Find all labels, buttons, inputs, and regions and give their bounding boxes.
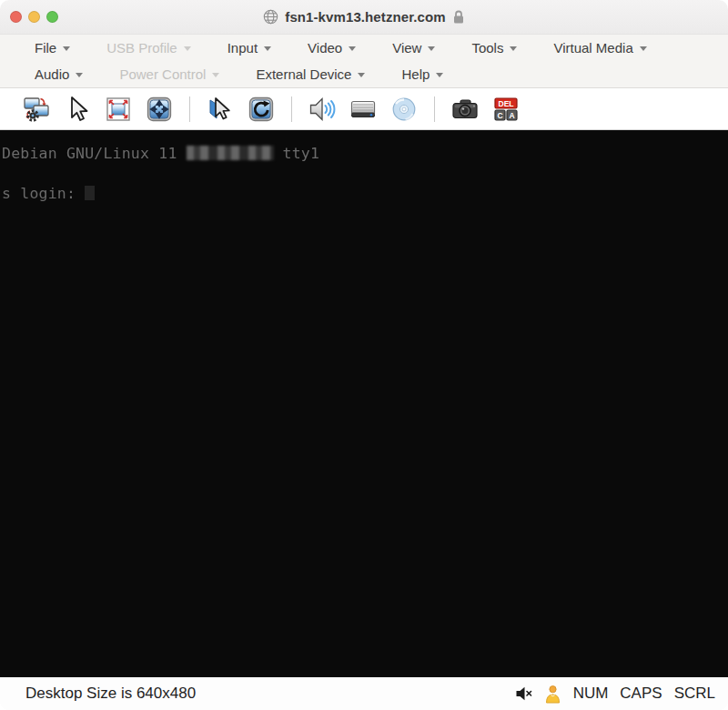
menu-video[interactable]: Video	[308, 40, 356, 56]
menu-bar: File USB Profile Input Video View Tools	[0, 35, 728, 88]
toolbar-separator	[189, 96, 190, 122]
scroll-lock-indicator: SCRL	[674, 685, 715, 703]
chevron-down-icon	[510, 46, 517, 51]
virtual-cd-icon	[390, 96, 418, 123]
audio-button[interactable]	[308, 95, 337, 124]
ctrl-alt-del-button[interactable]: DEL C A	[491, 95, 521, 124]
chevron-down-icon	[640, 46, 647, 51]
toolbar-separator	[291, 96, 292, 122]
virtual-drive-button[interactable]	[349, 95, 378, 124]
relative-mouse-mode-icon	[207, 96, 234, 123]
chevron-down-icon	[428, 46, 435, 51]
chevron-down-icon	[76, 73, 83, 77]
menu-power-control: Power Control	[119, 66, 219, 82]
console-login-line: s login:	[2, 185, 95, 203]
console-banner-suffix: tty1	[283, 145, 320, 162]
refresh-video-button[interactable]	[247, 95, 276, 124]
status-bar: Desktop Size is 640x480 NUM CAPS SCRL	[0, 677, 728, 710]
del-key-label: DEL	[499, 98, 514, 107]
ctrl-key-label: C	[497, 110, 502, 119]
chevron-down-icon	[358, 73, 365, 77]
mouse-pointer-button[interactable]	[63, 95, 92, 124]
lock-icon	[452, 9, 465, 25]
menu-tools[interactable]: Tools	[471, 40, 517, 56]
virtual-cd-button[interactable]	[389, 95, 419, 124]
menu-file[interactable]: File	[35, 40, 70, 56]
close-window-button[interactable]	[10, 11, 22, 23]
screenshot-button[interactable]	[450, 95, 480, 124]
menu-virtual-media[interactable]: Virtual Media	[553, 40, 646, 56]
console-login-prompt: s login:	[2, 185, 76, 202]
minimize-window-button[interactable]	[28, 11, 40, 23]
console-cursor	[85, 186, 95, 200]
caps-lock-indicator: CAPS	[620, 685, 662, 703]
traffic-lights	[10, 0, 58, 34]
chevron-down-icon	[349, 46, 356, 51]
mouse-pointer-icon	[66, 96, 89, 123]
console-banner-line: Debian GNU/Linux 11tty1	[2, 145, 319, 163]
chevron-down-icon	[264, 46, 271, 51]
menu-usb-profile: USB Profile	[106, 40, 191, 56]
screenshot-icon	[450, 96, 480, 123]
screen-settings-button[interactable]	[22, 95, 51, 124]
fullscreen-icon	[146, 96, 173, 123]
status-message: Desktop Size is 640x480	[25, 685, 196, 703]
chevron-down-icon	[436, 73, 443, 77]
audio-icon	[308, 96, 336, 123]
chevron-down-icon	[63, 46, 70, 51]
audio-muted-icon	[515, 686, 532, 701]
relative-mouse-mode-button[interactable]	[206, 95, 235, 124]
window-title: fsn1-kvm13.hetzner.com	[285, 9, 445, 25]
zoom-window-button[interactable]	[46, 11, 58, 23]
remote-console-screen[interactable]: Debian GNU/Linux 11tty1 s login:	[0, 130, 728, 677]
menu-audio[interactable]: Audio	[35, 66, 83, 82]
chevron-down-icon	[212, 73, 219, 77]
fullscreen-button[interactable]	[145, 95, 174, 124]
num-lock-indicator: NUM	[573, 685, 609, 703]
ctrl-alt-del-icon: DEL C A	[492, 96, 520, 122]
connected-user-icon	[544, 685, 561, 704]
menu-help[interactable]: Help	[401, 66, 443, 82]
refresh-video-icon	[248, 96, 275, 123]
toolbar: DEL C A	[0, 88, 728, 130]
chevron-down-icon	[184, 46, 191, 51]
menu-row-1: File USB Profile Input Video View Tools	[35, 35, 728, 61]
window-titlebar: fsn1-kvm13.hetzner.com	[0, 0, 728, 35]
fit-to-window-button[interactable]	[104, 95, 133, 124]
virtual-drive-icon	[349, 96, 377, 123]
menu-external-device[interactable]: External Device	[256, 66, 365, 82]
redacted-hostname	[187, 146, 274, 160]
screen-settings-icon	[22, 96, 51, 123]
console-banner-prefix: Debian GNU/Linux 11	[2, 145, 177, 162]
globe-icon	[263, 9, 278, 25]
fit-to-window-icon	[105, 96, 132, 123]
alt-key-label: A	[509, 110, 514, 119]
toolbar-separator	[434, 96, 435, 122]
kvm-console-window: fsn1-kvm13.hetzner.com File USB Profile …	[0, 0, 728, 710]
menu-input[interactable]: Input	[228, 40, 271, 56]
menu-row-2: Audio Power Control External Device Help	[35, 61, 728, 87]
menu-view[interactable]: View	[392, 40, 435, 56]
